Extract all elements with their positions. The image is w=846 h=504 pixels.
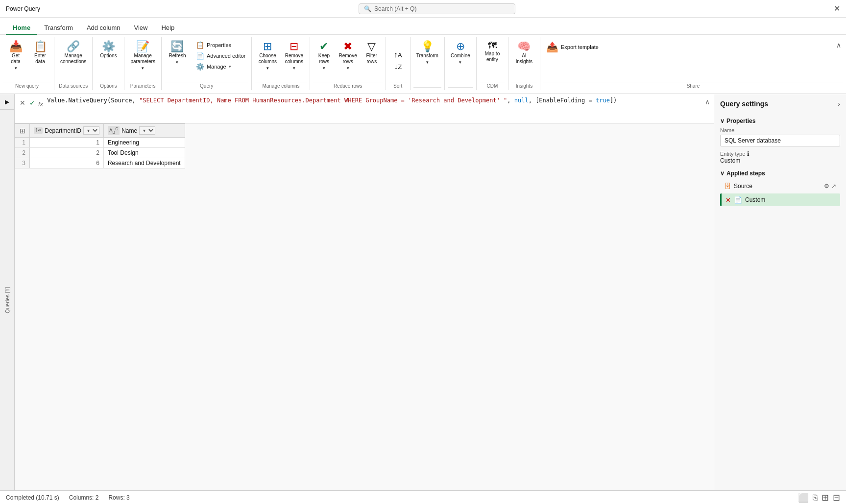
choose-columns-button[interactable]: ⊞ Choosecolumns ▾ xyxy=(255,39,280,72)
fx-label: fx xyxy=(38,98,43,108)
properties-button[interactable]: 📋 Properties xyxy=(193,40,249,50)
manage-connections-icon: 🔗 xyxy=(67,41,80,52)
insights-label: Insights xyxy=(511,82,537,90)
ai-insights-button[interactable]: 🧠 AIinsights xyxy=(511,39,537,67)
advanced-editor-button[interactable]: 📄 Advanced editor xyxy=(193,51,249,61)
queries-toggle-icon: ▶ xyxy=(5,98,9,105)
queries-toggle-button[interactable]: ▶ xyxy=(0,94,14,110)
source-settings-button[interactable]: ⚙ xyxy=(824,183,829,190)
search-bar[interactable]: 🔍 Search (Alt + Q) xyxy=(359,3,515,14)
ribbon-section-parameters: 📝 Manageparameters ▾ Parameters xyxy=(124,37,162,90)
new-query-label: New query xyxy=(3,82,51,90)
combine-button[interactable]: ⊕ Combine ▾ xyxy=(448,39,473,67)
formula-cancel-button[interactable]: ✕ xyxy=(19,98,26,108)
ribbon-section-query: 🔄 Refresh ▾ 📋 Properties 📄 Advanced edit… xyxy=(162,37,252,90)
map-to-entity-button[interactable]: 🗺 Map toentity xyxy=(480,39,505,65)
tab-add-column[interactable]: Add column xyxy=(80,21,127,34)
column-view-button[interactable]: ⊟ xyxy=(833,492,840,503)
collapse-ribbon-button[interactable]: ∧ xyxy=(834,39,843,51)
sort-desc-button[interactable]: ↓Z xyxy=(391,61,405,72)
manage-parameters-icon: 📝 xyxy=(136,41,149,52)
table-row: 2 2 Tool Design xyxy=(15,148,185,158)
queries-label: Queries [1] xyxy=(4,287,10,313)
enter-data-icon: 📋 xyxy=(34,41,47,52)
ribbon-section-combine: ⊕ Combine ▾ xyxy=(445,37,477,90)
sort-desc-icon: ↓Z xyxy=(394,62,402,71)
custom-step-label: Custom xyxy=(745,196,765,203)
ribbon-section-insights: 🧠 AIinsights Insights xyxy=(508,37,540,90)
tab-home[interactable]: Home xyxy=(6,21,37,35)
ribbon-section-manage-columns: ⊞ Choosecolumns ▾ ⊟ Removecolumns ▾ Mana… xyxy=(252,37,310,90)
manage-columns-label: Manage columns xyxy=(255,82,307,90)
query-settings-expand-button[interactable]: › xyxy=(838,100,840,108)
step-source[interactable]: 🗄 Source ⚙ ↗ xyxy=(720,180,840,192)
options-icon: ⚙️ xyxy=(102,41,115,52)
manage-connections-button[interactable]: 🔗 Manageconnections xyxy=(57,39,89,67)
choose-columns-icon: ⊞ xyxy=(263,41,272,52)
status-bar: Completed (10.71 s) Columns: 2 Rows: 3 ⬜… xyxy=(0,490,846,504)
ai-insights-icon: 🧠 xyxy=(517,41,531,52)
name-col-name: Name xyxy=(121,127,137,134)
keep-rows-button[interactable]: ✔ Keeprows ▾ xyxy=(313,39,335,72)
tab-transform[interactable]: Transform xyxy=(37,21,80,34)
remove-columns-button[interactable]: ⊟ Removecolumns ▾ xyxy=(281,39,307,72)
step-custom[interactable]: ✕ 📄 Custom xyxy=(720,193,840,206)
formula-bar: ✕ ✓ fx Value.NativeQuery(Source, "SELECT… xyxy=(15,94,714,123)
search-placeholder: Search (Alt + Q) xyxy=(374,5,416,12)
remove-rows-button[interactable]: ✖ Removerows ▾ xyxy=(336,39,360,72)
col-header-dept-id[interactable]: 1²³ DepartmentID ▾ xyxy=(30,124,104,138)
dept-id-dropdown[interactable]: ▾ xyxy=(83,126,99,135)
rows-count: Rows: 3 xyxy=(108,494,129,501)
options-label: Options xyxy=(96,82,121,90)
source-step-label: Source xyxy=(734,183,752,190)
transform-icon: 💡 xyxy=(421,41,434,52)
tab-view[interactable]: View xyxy=(127,21,155,34)
custom-delete-button[interactable]: ✕ xyxy=(725,196,731,204)
query-settings-title: Query settings xyxy=(720,100,768,108)
col-header-name[interactable]: ABC Name ▾ xyxy=(103,124,185,138)
query-name-input[interactable] xyxy=(720,135,840,146)
ribbon-section-new-query: 📥 Getdata ▾ 📋 Enterdata New query xyxy=(0,37,54,90)
manage-button[interactable]: ⚙️ Manage ▾ xyxy=(193,62,249,72)
formula-confirm-button[interactable]: ✓ xyxy=(28,98,36,108)
step-view-button[interactable]: ⬜ xyxy=(798,492,809,503)
sort-asc-icon: ↑A xyxy=(394,50,402,59)
manage-parameters-button[interactable]: 📝 Manageparameters ▾ xyxy=(127,39,158,72)
source-delete-button[interactable]: ↗ xyxy=(831,183,836,190)
get-data-button[interactable]: 📥 Getdata ▾ xyxy=(3,39,28,72)
ribbon-section-data-sources: 🔗 Manageconnections Data sources xyxy=(54,37,93,90)
name-val-1: Engineering xyxy=(103,138,185,148)
tab-help[interactable]: Help xyxy=(154,21,181,34)
table-row: 3 6 Research and Development xyxy=(15,158,185,168)
remove-columns-icon: ⊟ xyxy=(290,41,298,52)
dept-id-val-1: 1 xyxy=(30,138,104,148)
entity-type-label: Entity type xyxy=(720,151,745,157)
filter-rows-button[interactable]: ▽ Filterrows xyxy=(361,39,383,67)
filter-rows-icon: ▽ xyxy=(367,41,376,52)
close-button[interactable]: ✕ xyxy=(834,4,840,13)
ribbon-section-options: ⚙️ Options Options xyxy=(93,37,124,90)
name-type-icon: ABC xyxy=(108,126,120,135)
queries-sidebar: ▶ Queries [1] xyxy=(0,94,15,490)
title-bar: Power Query 🔍 Search (Alt + Q) ✕ xyxy=(0,0,846,18)
export-template-button[interactable]: 📤 Export template xyxy=(543,39,602,54)
name-dropdown[interactable]: ▾ xyxy=(139,126,155,135)
transform-button[interactable]: 💡 Transform ▾ xyxy=(413,39,441,67)
table-view-button[interactable]: ⊞ xyxy=(822,492,829,503)
diagram-view-button[interactable]: ⎘ xyxy=(813,493,818,502)
refresh-button[interactable]: 🔄 Refresh ▾ xyxy=(165,39,190,67)
properties-section-title: ∨ Properties xyxy=(720,118,840,124)
transform-section-label xyxy=(413,87,441,90)
options-button[interactable]: ⚙️ Options xyxy=(96,39,121,61)
formula-content[interactable]: Value.NativeQuery(Source, "SELECT Depart… xyxy=(47,96,701,105)
properties-icon: 📋 xyxy=(196,41,204,49)
formula-collapse-button[interactable]: ∧ xyxy=(705,96,710,106)
enter-data-button[interactable]: 📋 Enterdata xyxy=(29,39,51,67)
refresh-icon: 🔄 xyxy=(170,41,184,52)
map-to-entity-icon: 🗺 xyxy=(488,41,497,50)
search-icon: 🔍 xyxy=(364,5,371,12)
ribbon-section-sort: ↑A ↓Z Sort xyxy=(386,37,411,90)
query-section-label: Query xyxy=(165,82,249,90)
sort-asc-button[interactable]: ↑A xyxy=(391,49,405,60)
applied-steps-title: ∨ Applied steps xyxy=(720,170,840,177)
